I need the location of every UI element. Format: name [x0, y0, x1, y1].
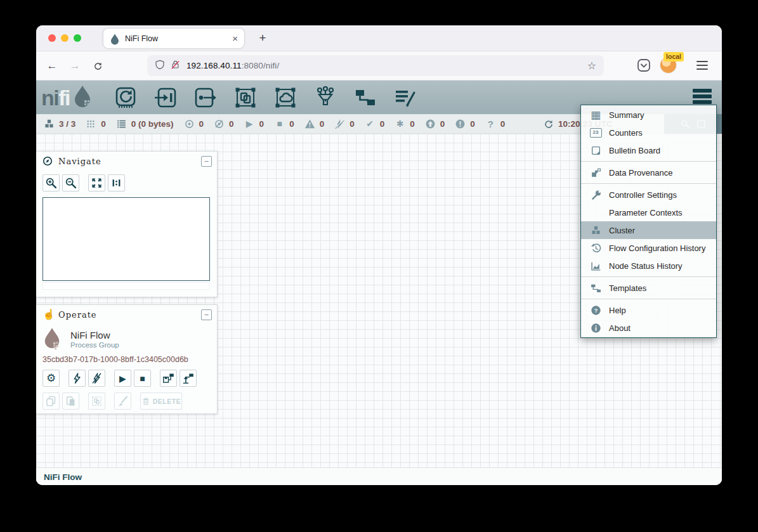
- stat-disabled: 0: [334, 119, 355, 129]
- back-button[interactable]: ←: [44, 58, 60, 74]
- palette-remote-process-group[interactable]: [273, 86, 298, 110]
- url-text[interactable]: 192.168.40.11:8080/nifi/: [186, 61, 279, 70]
- stat-queued-value: 0 (0 bytes): [131, 119, 174, 129]
- window-controls[interactable]: [48, 34, 81, 42]
- enable-button[interactable]: [69, 370, 86, 387]
- palette-processor[interactable]: [113, 86, 138, 110]
- menu-item-data-provenance[interactable]: Data Provenance: [581, 164, 716, 181]
- pocket-icon[interactable]: [636, 58, 651, 73]
- summary-icon: ▦: [589, 109, 602, 120]
- stop-button[interactable]: ■: [134, 370, 151, 387]
- disable-button[interactable]: [88, 370, 105, 387]
- nifi-drop-icon: [71, 85, 94, 110]
- node-status-history-icon: [589, 260, 602, 271]
- delete-button[interactable]: DELETE: [140, 393, 182, 410]
- menu-item-label: Counters: [609, 128, 643, 138]
- invalid-icon: [304, 119, 315, 129]
- palette-template[interactable]: [353, 86, 378, 110]
- navigate-header[interactable]: Navigate –: [36, 152, 217, 171]
- stat-invalid: 0: [304, 119, 325, 129]
- stat-running-value: 0: [259, 119, 265, 129]
- menu-separator: [581, 276, 716, 277]
- upload-template-button[interactable]: [180, 370, 197, 387]
- menu-item-flow-configuration-history[interactable]: Flow Configuration History: [581, 239, 716, 257]
- palette-output-port[interactable]: [193, 86, 218, 110]
- stat-stale: 0: [425, 119, 445, 129]
- birdseye-minimap[interactable]: [42, 197, 210, 281]
- start-button[interactable]: ▶: [114, 370, 131, 387]
- collapse-navigate-button[interactable]: –: [201, 156, 212, 167]
- not-transmitting-icon: [214, 119, 225, 129]
- operate-header[interactable]: ☝ Operate –: [36, 305, 217, 324]
- stat-queued: 0 (0 bytes): [116, 119, 174, 129]
- stat-stopped-value: 0: [289, 119, 294, 129]
- about-icon: [589, 322, 602, 334]
- menu-item-help[interactable]: ?Help: [581, 301, 716, 319]
- navigate-panel: Navigate –: [36, 151, 218, 297]
- stat-up-to-date: ✔0: [365, 119, 385, 129]
- menu-item-node-status-history[interactable]: Node Status History: [581, 257, 716, 275]
- menu-item-bulletin-board[interactable]: Bulletin Board: [581, 141, 716, 159]
- copy-button[interactable]: [42, 393, 60, 410]
- save-template-button[interactable]: [160, 370, 177, 387]
- url-bar[interactable]: 192.168.40.11:8080/nifi/ ☆: [147, 55, 604, 76]
- group-button[interactable]: [88, 393, 105, 410]
- menu-item-controller-settings[interactable]: Controller Settings: [581, 186, 716, 204]
- fit-button[interactable]: [88, 174, 105, 191]
- menu-separator: [581, 183, 716, 184]
- palette-process-group[interactable]: [233, 86, 258, 110]
- flow-configuration-history-icon: [589, 242, 602, 254]
- breadcrumb-bar: NiFi Flow: [36, 467, 722, 485]
- brush-button[interactable]: [114, 393, 131, 410]
- browser-tab[interactable]: NiFi Flow ×: [103, 29, 244, 48]
- collapse-operate-button[interactable]: –: [201, 309, 212, 320]
- bulletin-board-icon: [589, 145, 602, 156]
- global-menu-icon[interactable]: [693, 89, 712, 104]
- close-window-button[interactable]: [48, 34, 56, 42]
- breadcrumb[interactable]: NiFi Flow: [44, 472, 82, 482]
- zoom-window-button[interactable]: [74, 34, 81, 42]
- selected-component: NiFi Flow Process Group: [36, 324, 217, 351]
- operate-buttons-row1: ⚙▶■: [42, 370, 217, 387]
- menu-item-parameter-contexts[interactable]: Parameter Contexts: [581, 204, 716, 221]
- nifi-favicon-icon: [110, 34, 120, 44]
- stale-icon: [425, 119, 436, 129]
- stat-locally-modified-value: 0: [410, 119, 415, 129]
- no-icon: [589, 207, 602, 218]
- menu-item-cluster[interactable]: Cluster: [581, 221, 716, 239]
- zoom-out-button[interactable]: [62, 174, 79, 191]
- actual-size-button[interactable]: [108, 174, 125, 191]
- url-host: 192.168.40.11: [186, 61, 242, 70]
- stat-locally-modified-stale: 0: [455, 119, 475, 129]
- minimize-window-button[interactable]: [61, 34, 69, 42]
- flow-type: Process Group: [70, 341, 119, 349]
- close-tab-icon[interactable]: ×: [232, 34, 238, 43]
- templates-icon: [589, 282, 602, 294]
- menu-item-templates[interactable]: Templates: [581, 279, 716, 297]
- menu-item-summary[interactable]: ▦Summary: [581, 106, 716, 124]
- forward-button[interactable]: →: [67, 58, 83, 74]
- browser-menu-icon[interactable]: [696, 61, 708, 70]
- new-tab-button[interactable]: +: [254, 30, 271, 46]
- zoom-in-button[interactable]: [42, 174, 60, 191]
- nifi-app: nifi 3 / 300 (0 bytes)00▶0■000✔0✱000?0 1…: [36, 81, 722, 485]
- palette-input-port[interactable]: [153, 86, 178, 110]
- stat-locally-modified-stale-value: 0: [470, 119, 475, 129]
- stat-disabled-value: 0: [350, 119, 355, 129]
- queued-icon: [116, 119, 127, 129]
- tracking-shield-icon[interactable]: [155, 60, 165, 72]
- bookmark-star-icon[interactable]: ☆: [587, 60, 596, 72]
- menu-item-about[interactable]: About: [581, 319, 716, 337]
- global-menu: ▦Summary23CountersBulletin BoardData Pro…: [580, 105, 717, 338]
- paste-button[interactable]: [62, 393, 79, 410]
- menu-item-label: Parameter Contexts: [609, 208, 683, 217]
- stat-running: ▶0: [244, 119, 265, 129]
- hand-pointer-icon: ☝: [42, 309, 53, 320]
- insecure-lock-icon[interactable]: [171, 60, 180, 72]
- palette-label[interactable]: [393, 86, 418, 110]
- settings-button[interactable]: ⚙: [42, 370, 60, 387]
- refresh-icon[interactable]: [544, 119, 554, 129]
- palette-funnel[interactable]: [313, 86, 338, 110]
- reload-button[interactable]: [89, 58, 106, 74]
- menu-item-counters[interactable]: 23Counters: [581, 124, 716, 141]
